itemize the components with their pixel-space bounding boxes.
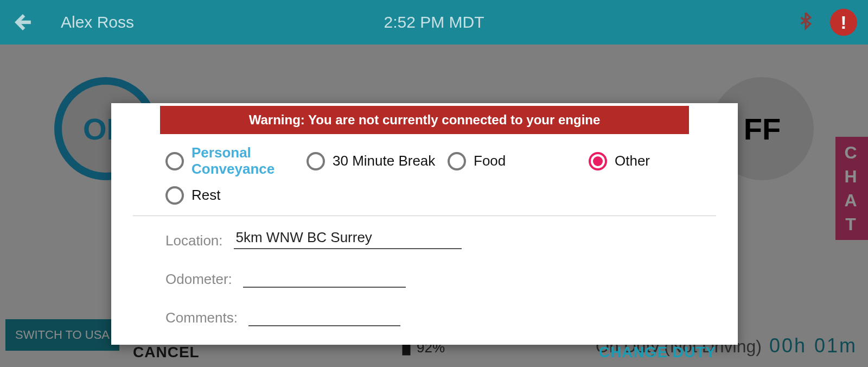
odometer-label: Odometer:: [165, 271, 232, 288]
cancel-button[interactable]: CANCEL: [133, 344, 200, 361]
odometer-field: Odometer:: [165, 265, 406, 288]
comments-label: Comments:: [165, 309, 238, 326]
radio-icon: [165, 186, 184, 205]
alert-icon[interactable]: !: [830, 9, 857, 36]
radio-label: Other: [615, 153, 650, 169]
change-duty-button[interactable]: CHANGE DUTY: [599, 344, 716, 361]
radio-personal-conveyance[interactable]: Personal Conveyance: [165, 145, 307, 178]
clock-time: 2:52 PM MDT: [384, 13, 484, 31]
radio-icon: [448, 152, 466, 170]
radio-label: Personal Conveyance: [192, 145, 307, 178]
radio-label: 30 Minute Break: [333, 153, 435, 169]
warning-banner: Warning: You are not currently connected…: [160, 106, 689, 134]
radio-icon: [307, 152, 325, 170]
user-name: Alex Ross: [61, 13, 134, 31]
location-label: Location:: [165, 232, 223, 249]
fields-area: Location: Odometer: Comments:: [133, 216, 716, 332]
comments-input[interactable]: [248, 304, 400, 326]
odometer-input[interactable]: [243, 265, 406, 288]
radio-icon: [589, 152, 607, 170]
location-input[interactable]: [234, 227, 462, 249]
radio-label: Food: [474, 153, 506, 169]
back-arrow-icon[interactable]: [11, 11, 34, 34]
reason-radio-group: Personal Conveyance 30 Minute Break Food…: [133, 134, 716, 216]
app-body: ON FF C H A T SWITCH TO USA 92% On Duty …: [0, 45, 868, 367]
radio-rest[interactable]: Rest: [165, 186, 307, 205]
comments-field: Comments:: [165, 304, 684, 326]
top-bar: Alex Ross 2:52 PM MDT !: [0, 0, 868, 45]
radio-30-minute-break[interactable]: 30 Minute Break: [307, 145, 448, 178]
dialog-actions: CANCEL CHANGE DUTY: [111, 332, 738, 367]
radio-other[interactable]: Other: [589, 145, 730, 178]
bluetooth-icon[interactable]: [796, 9, 815, 36]
radio-food[interactable]: Food: [448, 145, 589, 178]
radio-icon: [165, 152, 184, 170]
location-field: Location:: [165, 227, 462, 249]
change-duty-dialog: Warning: You are not currently connected…: [111, 103, 738, 345]
radio-label: Rest: [192, 187, 220, 204]
